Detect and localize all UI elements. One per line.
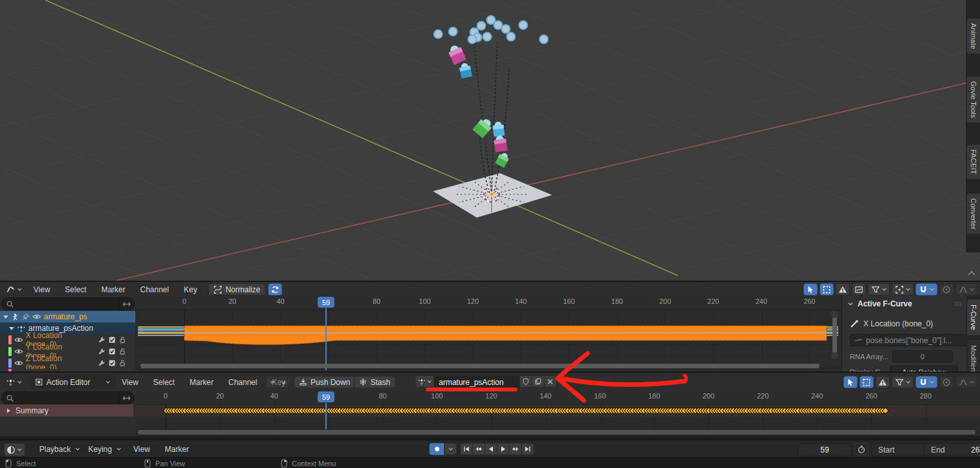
expand-search-icon[interactable] <box>122 394 131 402</box>
sidebar-tab-modifiers[interactable]: Modifiers <box>966 339 980 371</box>
menu-key[interactable]: Key <box>182 285 199 294</box>
menu-channel[interactable]: Channel <box>227 378 260 387</box>
panel-header-active-fcurve[interactable]: Active F-Curve <box>847 299 963 308</box>
auto-keying-record-button[interactable] <box>429 443 445 455</box>
editor-type-button-graph[interactable] <box>3 283 25 296</box>
filter-button[interactable] <box>868 283 890 295</box>
menu-select[interactable]: Select <box>63 285 88 294</box>
graph-horizontal-scrollbar[interactable] <box>140 364 820 368</box>
editor-type-button-dopesheet[interactable] <box>3 375 25 389</box>
unlink-action-button[interactable] <box>544 375 557 388</box>
eye-icon[interactable] <box>14 347 23 356</box>
viewport-tab-faceit[interactable]: FACEIT <box>966 144 980 180</box>
new-action-copy-button[interactable] <box>532 375 544 388</box>
particle-sphere[interactable] <box>507 33 515 41</box>
graph-vertical-scrollbar[interactable] <box>832 314 837 356</box>
lock-open-icon[interactable] <box>119 359 126 367</box>
mode-select[interactable]: Action Editor <box>30 375 116 389</box>
rna-path-field[interactable]: pose.bones["bone_0"].l... <box>850 334 967 346</box>
editor-type-button-timeline[interactable] <box>4 443 25 456</box>
particle-sphere[interactable] <box>468 35 477 44</box>
region-corner-chevron-icon[interactable] <box>966 269 977 277</box>
falloff-button[interactable] <box>956 283 977 295</box>
ghost-curves-button[interactable] <box>852 283 866 295</box>
viewport-tab-animate[interactable]: Animate <box>966 18 980 54</box>
particle-sphere[interactable] <box>540 35 548 44</box>
warning-button[interactable] <box>876 376 890 388</box>
snap-magnet-button[interactable] <box>916 283 937 295</box>
modifier-wrench-icon[interactable] <box>98 359 106 367</box>
play-reverse-button[interactable] <box>485 443 497 455</box>
falloff-button[interactable] <box>956 376 977 388</box>
mute-checkbox-icon[interactable] <box>108 348 116 355</box>
graph-channel-search[interactable] <box>1 297 135 310</box>
proportional-button[interactable] <box>939 283 954 295</box>
frame-target-button[interactable] <box>892 283 914 295</box>
viewport-tab-converter[interactable]: Converter <box>966 193 980 234</box>
prev-keyframe-button[interactable] <box>472 443 485 455</box>
current-frame-field[interactable]: 59 <box>798 443 852 456</box>
rna-array-index-field[interactable]: 0 <box>892 350 953 362</box>
push-down-button[interactable]: Push Down <box>294 376 355 388</box>
scrollbar-knob-top[interactable] <box>831 311 838 318</box>
viewport-tab-govie-tools[interactable]: Govie Tools <box>966 76 980 123</box>
auto-rainbow-button[interactable]: Auto Rainbow <box>890 366 958 371</box>
box-select-button[interactable] <box>820 283 834 295</box>
particle-sphere[interactable] <box>449 28 457 36</box>
jump-start-button[interactable] <box>460 443 473 455</box>
box-select-button[interactable] <box>860 376 874 388</box>
filter-button[interactable] <box>892 376 914 388</box>
modifier-wrench-icon[interactable] <box>98 336 106 344</box>
modifier-wrench-icon[interactable] <box>98 348 106 355</box>
graph-playhead-frame[interactable]: 59 <box>318 297 334 308</box>
use-preview-range-button[interactable] <box>854 443 869 455</box>
play-button[interactable] <box>497 443 510 455</box>
mute-checkbox-icon[interactable] <box>108 336 116 344</box>
pin-icon[interactable] <box>22 313 30 321</box>
particle-sphere[interactable] <box>494 21 503 30</box>
menu-select[interactable]: Select <box>151 378 177 387</box>
channel-row-armature-ps[interactable]: armature_ps <box>0 311 135 323</box>
cursor-button[interactable] <box>843 376 858 388</box>
menu-view[interactable]: View <box>32 285 52 294</box>
eye-icon[interactable] <box>14 335 23 344</box>
action-browse-dropdown[interactable] <box>415 375 434 388</box>
collapse-triangle-icon[interactable] <box>9 327 14 330</box>
playback-menu[interactable]: Playback <box>37 443 81 455</box>
auto-normalize-refresh-button[interactable] <box>268 283 282 295</box>
menu-marker[interactable]: Marker <box>187 378 215 387</box>
particle-sphere[interactable] <box>434 30 443 39</box>
dope-keyframe-area[interactable]: 0204080100120140160180200220240260280 59 <box>135 390 980 436</box>
particle-sphere[interactable] <box>502 25 510 33</box>
stash-button[interactable]: Stash <box>354 376 396 388</box>
next-keyframe-button[interactable] <box>509 443 522 455</box>
move-channel-down-button[interactable] <box>265 376 278 388</box>
summary-channel-row[interactable]: Summary <box>0 404 133 417</box>
particle-cube[interactable] <box>493 135 507 152</box>
particle-sphere[interactable] <box>483 33 492 41</box>
particle-sphere[interactable] <box>477 22 486 30</box>
graph-plot-area[interactable]: 0 0204080100120140160180200220240260 59 <box>135 295 841 371</box>
graph-ruler[interactable]: 0204080100120140160180200220240260 <box>135 295 841 310</box>
normalize-button[interactable]: Normalize <box>208 283 265 295</box>
end-frame-field[interactable]: End 265 <box>924 443 980 456</box>
channel-row-z-location[interactable]: Z Location (bone_0) <box>0 357 135 370</box>
emitter-origin[interactable] <box>490 192 494 197</box>
particle-sphere[interactable] <box>519 21 528 30</box>
grip-dots-icon[interactable] <box>954 301 963 306</box>
collapse-triangle-icon[interactable] <box>3 315 8 319</box>
eye-icon[interactable] <box>32 312 41 321</box>
mute-checkbox-icon[interactable] <box>108 359 116 367</box>
proportional-button[interactable] <box>939 376 954 388</box>
dope-playhead-line[interactable] <box>325 403 327 429</box>
fake-user-shield-button[interactable] <box>519 375 532 388</box>
lock-open-icon[interactable] <box>119 348 126 355</box>
dope-channel-search[interactable] <box>1 391 135 404</box>
warning-button[interactable] <box>836 283 850 295</box>
menu-view[interactable]: View <box>131 445 152 454</box>
scrollbar-knob-bottom[interactable] <box>831 352 838 359</box>
menu-channel[interactable]: Channel <box>139 285 171 294</box>
keying-menu[interactable]: Keying <box>86 443 122 455</box>
3d-viewport[interactable]: nAnimateGovie ToolsFACEITConverter <box>0 0 980 281</box>
dope-playhead-frame[interactable]: 59 <box>318 391 334 402</box>
